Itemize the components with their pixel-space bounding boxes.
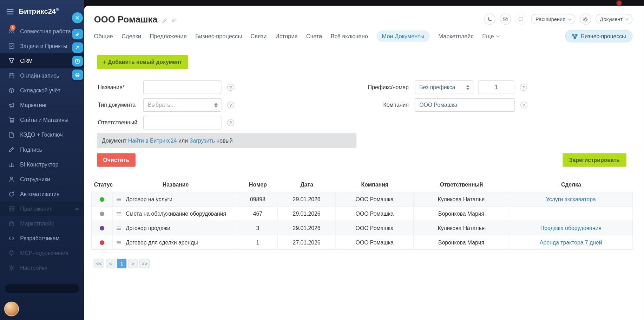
column-header-responsible: Ответственный	[414, 177, 510, 192]
help-icon[interactable]: ?	[227, 84, 234, 91]
chain-icon[interactable]	[72, 29, 83, 39]
sidebar-item-settings[interactable]: Настройки	[0, 261, 84, 275]
notification-dot	[617, 0, 622, 6]
document-number-input[interactable]	[479, 80, 514, 94]
drag-handle-icon[interactable]	[116, 197, 121, 202]
tab-quotes[interactable]: Предложения	[150, 31, 187, 42]
sidebar-item-signature[interactable]: Подпись	[0, 142, 84, 157]
printer-icon[interactable]	[72, 70, 83, 80]
tabs-row: Общие Сделки Предложения Бизнес-процессы…	[84, 25, 644, 42]
tab-general[interactable]: Общие	[94, 31, 113, 42]
document-dropdown[interactable]: Документ	[595, 14, 632, 24]
column-header-status: Статус	[91, 177, 113, 192]
pagination-prev-button[interactable]: <	[106, 259, 116, 268]
user-avatar[interactable]	[4, 302, 19, 316]
pagination-first-button[interactable]: <<	[94, 259, 104, 268]
form-row-type: Тип документа Выбрать... ?	[98, 98, 234, 112]
tab-history[interactable]: История	[275, 31, 298, 42]
sidebar-item-mcp[interactable]: МСР-подключения	[0, 246, 84, 260]
company-label: Компания	[355, 102, 409, 108]
help-icon[interactable]: ?	[520, 102, 527, 109]
document-type-select[interactable]: Выбрать...	[143, 98, 221, 112]
close-icon[interactable]	[72, 12, 83, 24]
apps-icon	[8, 205, 15, 212]
status-dot	[100, 226, 104, 230]
drag-handle-icon[interactable]	[116, 211, 121, 216]
responsible-input[interactable]	[143, 116, 221, 130]
column-header-number: Номер	[238, 177, 277, 192]
tab-my-documents[interactable]: Мои Документы	[376, 31, 429, 42]
app-logo[interactable]: Битрикс24®	[19, 7, 59, 15]
tab-marketplace[interactable]: Маркетплейс	[438, 31, 473, 42]
bag-icon	[8, 220, 15, 227]
tab-all-included[interactable]: Всё включено	[331, 31, 368, 42]
register-button[interactable]: Зарегистрировать	[563, 153, 626, 167]
chevron-up-icon	[75, 208, 79, 212]
sidebar-item-marketing[interactable]: Маркетинг	[0, 98, 84, 112]
tab-deals[interactable]: Сделки	[121, 31, 141, 42]
help-icon[interactable]: ?	[520, 84, 527, 91]
find-in-bitrix-link[interactable]: Найти в Битрикс24	[128, 137, 177, 144]
sidebar-item-developers[interactable]: Разработчикам	[0, 231, 84, 246]
main-area: ООО Ромашка Расширения Документ	[84, 0, 644, 320]
pagination-next-button[interactable]: >	[128, 259, 138, 268]
quick-action-bar	[72, 12, 83, 80]
drag-handle-icon[interactable]	[116, 240, 121, 245]
menu-burger-icon[interactable]	[7, 9, 14, 14]
sidebar-item-sites[interactable]: Сайты и Магазины	[0, 112, 84, 127]
deal-link[interactable]: Аренда трактора 7 дней	[540, 239, 602, 246]
upload-link[interactable]: Загрузить	[190, 137, 215, 144]
add-document-button[interactable]: + Добавить новый документ	[97, 55, 188, 69]
window-icon[interactable]	[72, 56, 83, 66]
cart-icon	[8, 117, 15, 123]
pagination-page-1[interactable]: 1	[117, 259, 126, 268]
responsible-label: Ответственный	[98, 119, 143, 126]
tab-invoices[interactable]: Счета	[306, 31, 322, 42]
select-arrows-icon	[463, 85, 469, 90]
arrow-icon[interactable]	[72, 42, 83, 53]
content-card: ООО Ромашка Расширения Документ	[84, 6, 644, 320]
chevron-down-icon	[625, 17, 629, 20]
tab-more[interactable]: Еще	[482, 31, 499, 42]
sidebar-item-automation[interactable]: Автоматизация	[0, 187, 84, 201]
help-icon[interactable]: ?	[227, 119, 234, 126]
drag-handle-icon[interactable]	[116, 226, 121, 231]
pagination-last-button[interactable]: >>	[139, 259, 150, 268]
sidebar-item-marketplace[interactable]: Маркетплейс	[0, 216, 84, 231]
sidebar-item-employees[interactable]: Сотрудники	[0, 172, 84, 187]
tab-business-processes[interactable]: Бизнес-процессы	[195, 31, 242, 42]
org-diagram-icon	[572, 33, 578, 39]
company-input[interactable]	[415, 98, 514, 112]
sidebar-item-inventory[interactable]: Складской учёт	[0, 83, 84, 98]
sidebar-item-apps[interactable]: Приложения	[0, 201, 84, 216]
document-type-label: Тип документа	[98, 102, 143, 108]
chat-icon[interactable]	[515, 14, 527, 25]
tab-links[interactable]: Связи	[250, 31, 267, 42]
phone-icon[interactable]	[484, 14, 495, 25]
name-input[interactable]	[143, 80, 221, 94]
box-icon	[8, 87, 15, 94]
sidebar-item-bi[interactable]: BI Конструктор	[0, 157, 84, 172]
team-icon	[8, 176, 15, 183]
notification-badge: 6	[10, 25, 15, 30]
deal-link[interactable]: Услуги экскаватора	[546, 196, 596, 203]
sidebar-item-kedo[interactable]: КЭДО + Госключ	[0, 128, 84, 142]
business-process-button[interactable]: Бизнес-процессы	[565, 30, 632, 42]
chevron-down-icon	[568, 17, 571, 20]
clear-button[interactable]: Очистить	[97, 153, 136, 167]
help-icon[interactable]: ?	[227, 102, 234, 109]
code-icon	[8, 235, 15, 242]
deal-link[interactable]: Продажа оборудования	[540, 225, 602, 231]
mail-icon[interactable]	[500, 14, 511, 25]
link-icon[interactable]	[171, 18, 176, 23]
settings-gear-icon[interactable]	[580, 14, 591, 25]
sidebar-promo[interactable]	[5, 284, 79, 293]
document-source-bar: Документ Найти в Битрикс24 или Загрузить…	[97, 133, 356, 148]
header-actions: Расширения Документ	[484, 14, 632, 25]
select-arrows-icon	[211, 103, 218, 107]
edit-pencil-icon[interactable]	[162, 18, 167, 23]
extensions-dropdown[interactable]: Расширения	[531, 14, 575, 24]
status-dot	[100, 211, 104, 216]
prefix-select[interactable]: Без префикса	[415, 80, 473, 94]
form-row-prefix: Префикс/номер Без префикса ?	[355, 80, 527, 94]
